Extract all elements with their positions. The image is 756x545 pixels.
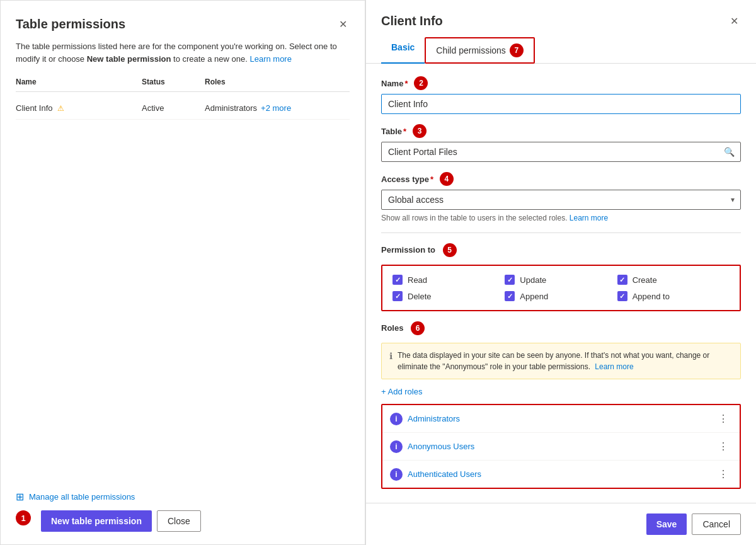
- row-status: Active: [142, 103, 205, 113]
- learn-more-link[interactable]: Learn more: [249, 54, 291, 64]
- access-type-select[interactable]: Global access Record-based: [381, 190, 741, 210]
- tab-child-permissions[interactable]: Child permissions 7: [425, 37, 534, 64]
- checkbox-delete[interactable]: [392, 291, 403, 301]
- permission-create: Create: [617, 275, 730, 285]
- col-header-roles: Roles: [205, 77, 350, 86]
- roles-warning-box: ℹ The data displayed in your site can be…: [381, 343, 741, 379]
- permission-read: Read: [392, 275, 505, 285]
- role-name-authenticated-users[interactable]: Authenticated Users: [408, 469, 481, 479]
- info-icon: ℹ: [389, 350, 392, 372]
- role-item-authenticated-users: i Authenticated Users ⋮: [382, 461, 740, 488]
- table-field-group: Table * 3 🔍: [381, 124, 741, 162]
- save-button[interactable]: Save: [646, 513, 687, 535]
- left-panel-description: The table permissions listed here are fo…: [16, 40, 350, 65]
- roles-section: Roles 6 ℹ The data displayed in your sit…: [381, 321, 741, 489]
- role-item-anonymous-users: i Anonymous Users ⋮: [382, 433, 740, 461]
- access-type-label: Access type * 4: [381, 172, 741, 186]
- name-input[interactable]: [381, 94, 741, 114]
- search-icon: 🔍: [724, 147, 735, 157]
- footer-buttons: 1 New table permission Close: [16, 510, 350, 532]
- roles-title: Roles 6: [381, 321, 741, 335]
- tab-badge-7: 7: [510, 43, 524, 57]
- badge-4: 4: [440, 172, 454, 186]
- permission-append: Append: [505, 291, 617, 301]
- row-roles: Administrators +2 more: [205, 103, 350, 113]
- new-table-permission-button[interactable]: New table permission: [41, 510, 152, 532]
- row-name: Client Info ⚠: [16, 103, 142, 113]
- role-more-button-administrators[interactable]: ⋮: [714, 411, 732, 426]
- table-header: Name Status Roles: [16, 77, 350, 92]
- divider-1: [381, 232, 741, 233]
- role-name-anonymous-users[interactable]: Anonymous Users: [408, 442, 474, 451]
- col-header-status: Status: [142, 77, 205, 86]
- cancel-button[interactable]: Cancel: [692, 513, 741, 535]
- warning-icon: ⚠: [57, 104, 64, 113]
- col-header-name: Name: [16, 77, 142, 86]
- left-panel-footer: ⊞ Manage all table permissions 1 New tab…: [16, 491, 350, 532]
- access-type-select-wrapper: Global access Record-based ▾: [381, 190, 741, 210]
- role-info-icon-authenticated: i: [390, 468, 403, 481]
- right-panel-close-button[interactable]: ✕: [728, 13, 741, 30]
- role-item-administrators: i Administrators ⋮: [382, 405, 740, 433]
- table-label: Table * 3: [381, 124, 741, 138]
- required-star-table: *: [403, 127, 406, 136]
- table-input[interactable]: [381, 142, 741, 162]
- permission-delete: Delete: [392, 291, 505, 301]
- left-panel-header: Table permissions ✕: [16, 16, 350, 33]
- checkbox-read[interactable]: [392, 275, 403, 285]
- left-panel-close-button[interactable]: ✕: [336, 16, 350, 33]
- right-panel-header: Client Info ✕: [366, 0, 756, 30]
- badge-3: 3: [413, 124, 427, 138]
- name-label: Name * 2: [381, 76, 741, 90]
- role-more-button-anonymous[interactable]: ⋮: [714, 439, 732, 454]
- left-panel: Table permissions ✕ The table permission…: [0, 0, 365, 545]
- tabs-container: Basic Child permissions 7: [366, 30, 756, 64]
- permission-update: Update: [505, 275, 617, 285]
- badge-5: 5: [443, 243, 457, 257]
- badge-1: 1: [16, 510, 31, 525]
- table-input-wrapper: 🔍: [381, 142, 741, 162]
- permission-append-to: Append to: [617, 291, 730, 301]
- panel-content: Name * 2 Table * 3 🔍 Access type * 4: [366, 76, 756, 503]
- checkbox-append-to[interactable]: [617, 291, 627, 301]
- table-row[interactable]: Client Info ⚠ Active Administrators +2 m…: [16, 97, 350, 120]
- right-panel: Client Info ✕ Basic Child permissions 7 …: [365, 0, 756, 545]
- access-type-field-group: Access type * 4 Global access Record-bas…: [381, 172, 741, 222]
- close-button[interactable]: Close: [157, 510, 201, 532]
- manage-all-link[interactable]: ⊞ Manage all table permissions: [16, 491, 350, 503]
- permission-to-section: Permission to 5 Read Update Create: [381, 243, 741, 311]
- role-info-icon-administrators: i: [390, 413, 403, 425]
- badge-6: 6: [411, 321, 425, 335]
- access-type-description: Show all rows in the table to users in t…: [381, 214, 741, 222]
- checkbox-create[interactable]: [617, 275, 627, 285]
- access-learn-more-link[interactable]: Learn more: [570, 214, 608, 222]
- add-roles-button[interactable]: + Add roles: [381, 387, 741, 396]
- right-panel-title: Client Info: [381, 14, 443, 28]
- checkbox-update[interactable]: [505, 275, 515, 285]
- permission-box: Read Update Create Delete Append: [381, 265, 741, 311]
- name-field-group: Name * 2: [381, 76, 741, 114]
- permission-to-title: Permission to 5: [381, 243, 741, 257]
- right-panel-footer: Save Cancel: [366, 503, 756, 545]
- more-roles-link[interactable]: +2 more: [261, 103, 291, 113]
- badge-2: 2: [414, 76, 428, 90]
- table-icon: ⊞: [16, 491, 24, 503]
- role-name-administrators[interactable]: Administrators: [408, 414, 460, 423]
- left-panel-title: Table permissions: [16, 17, 125, 32]
- role-more-button-authenticated[interactable]: ⋮: [714, 467, 732, 481]
- roles-learn-more-link[interactable]: Learn more: [595, 362, 633, 371]
- checkbox-append[interactable]: [505, 291, 515, 301]
- roles-list: i Administrators ⋮ i Anonymous Users ⋮ i: [381, 404, 741, 489]
- required-star-access: *: [430, 175, 433, 184]
- required-star: *: [404, 79, 408, 88]
- role-info-icon-anonymous: i: [390, 440, 403, 453]
- tab-basic[interactable]: Basic: [381, 37, 425, 64]
